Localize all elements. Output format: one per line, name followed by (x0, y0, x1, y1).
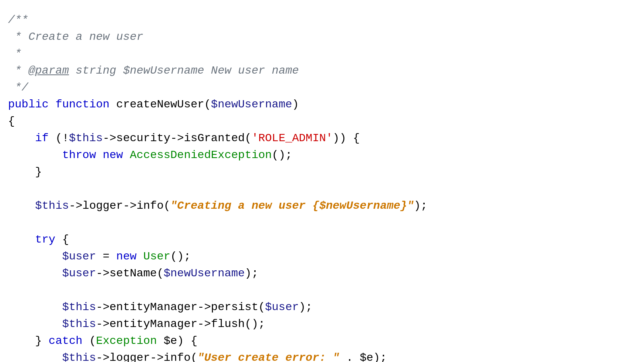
code-token: public (8, 97, 49, 113)
code-token: ); (299, 299, 313, 316)
code-token: new (116, 249, 136, 265)
code-token: . $e); (339, 350, 387, 362)
code-token: ) (292, 97, 299, 113)
code-line: } (0, 164, 644, 181)
code-token (49, 97, 56, 113)
code-token: (); (170, 249, 190, 265)
code-line: $this->logger->info("Creating a new user… (0, 198, 644, 215)
code-token: ->entityManager->persist( (96, 299, 265, 316)
code-token: new (103, 147, 123, 164)
code-line: public function createNewUser($newUserna… (0, 97, 644, 113)
code-token: */ (8, 80, 28, 96)
code-token: catch (49, 333, 83, 350)
code-token: * (8, 63, 28, 79)
code-line: { (0, 113, 644, 130)
code-token: { (8, 113, 15, 130)
code-token: * (8, 46, 22, 62)
code-token: $e) { (157, 333, 198, 350)
code-token (8, 316, 62, 333)
code-line: } catch (Exception $e) { (0, 333, 644, 350)
code-token (8, 249, 62, 265)
code-token: ->entityManager->flush(); (96, 316, 265, 333)
code-line: * @param string $newUsername New user na… (0, 63, 644, 80)
code-line: * Create a new user (0, 29, 644, 46)
code-token: ); (414, 198, 427, 214)
code-token: ->logger->info( (69, 198, 170, 214)
code-token: $user (62, 249, 96, 265)
code-line: $this->entityManager->flush(); (0, 316, 644, 333)
code-token: $this (69, 130, 103, 147)
code-token: $this (62, 316, 96, 333)
code-token: $newUsername (211, 97, 292, 113)
code-token: * (8, 29, 28, 45)
code-line (0, 181, 644, 198)
code-token: = (96, 249, 116, 265)
code-token: $this (62, 350, 96, 362)
code-token: New (211, 63, 231, 79)
code-token: AccessDeniedException (130, 147, 272, 164)
code-editor: /** * Create a new user * * @param strin… (0, 8, 644, 362)
code-token: (); (272, 147, 292, 164)
code-line (0, 215, 644, 232)
code-token: Create a new user (28, 29, 143, 45)
code-token: ( (83, 333, 96, 350)
code-token (8, 198, 35, 214)
code-token: $user (62, 265, 96, 282)
code-line: */ (0, 80, 644, 97)
code-token: try (8, 232, 56, 248)
code-token (96, 147, 103, 164)
code-token: ->logger->info( (96, 350, 197, 362)
code-token: createNewUser( (109, 97, 211, 113)
code-line: try { (0, 232, 644, 249)
code-token: } (8, 333, 49, 350)
code-token: "User create error: " (197, 350, 339, 362)
code-line: $this->logger->info("User create error: … (0, 350, 644, 362)
code-token (136, 249, 143, 265)
code-token: user name (231, 63, 299, 79)
code-token: if (8, 130, 49, 147)
code-line: $user = new User(); (0, 249, 644, 265)
code-token: $user (265, 299, 299, 316)
code-line: $user->setName($newUsername); (0, 265, 644, 282)
code-token (8, 265, 62, 282)
code-token: "Creating a new user {$newUsername}" (170, 198, 414, 214)
code-token: ); (245, 265, 258, 282)
code-token (8, 350, 62, 362)
code-token: $this (35, 198, 69, 214)
code-line (0, 282, 644, 299)
code-token: (! (49, 130, 69, 147)
code-token: ->setName( (96, 265, 163, 282)
code-token: User (143, 249, 170, 265)
code-token: ->security->isGranted( (103, 130, 252, 147)
code-token: { (56, 232, 69, 248)
code-token: /** (8, 12, 28, 29)
code-line: if (!$this->security->isGranted('ROLE_AD… (0, 130, 644, 147)
code-token: @param (28, 63, 69, 79)
code-token: } (8, 164, 42, 181)
code-token: string $newUsername (69, 63, 211, 79)
code-token (8, 299, 62, 316)
code-line: throw new AccessDeniedException(); (0, 147, 644, 164)
code-token: $this (62, 299, 96, 316)
code-token: throw (8, 147, 96, 164)
code-line: * (0, 46, 644, 63)
code-token: 'ROLE_ADMIN' (252, 130, 333, 147)
code-token: Exception (96, 333, 157, 350)
code-token (123, 147, 130, 164)
code-token: function (56, 97, 109, 113)
code-token: $newUsername (163, 265, 245, 282)
code-line: $this->entityManager->persist($user); (0, 299, 644, 316)
code-line: /** (0, 12, 644, 29)
code-token: )) { (333, 130, 360, 147)
